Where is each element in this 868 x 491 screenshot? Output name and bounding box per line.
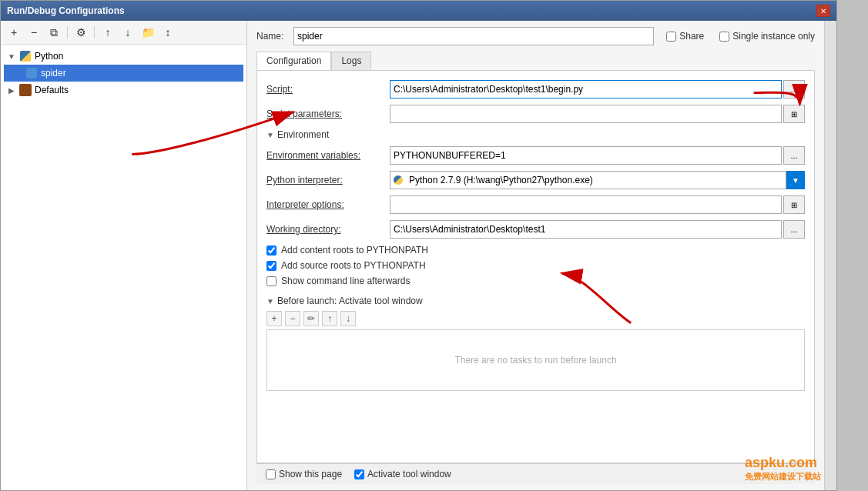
interpreter-dropdown-btn[interactable]: ▼ bbox=[786, 171, 805, 189]
remove-button[interactable]: − bbox=[25, 24, 42, 41]
tabs: Configuration Logs bbox=[256, 52, 815, 70]
script-label: Script: bbox=[266, 84, 390, 95]
name-row: Name: Share Single instance only bbox=[256, 27, 815, 45]
move-up-button[interactable]: ↑ bbox=[99, 24, 116, 41]
config-tree: ▼ Python spider ▶ bbox=[1, 45, 246, 490]
add-source-roots-label: Add source roots to PYTHONPATH bbox=[281, 260, 426, 271]
script-row: Script: ... bbox=[266, 80, 805, 99]
watermark: aspku.com 免费网站建设下载站 bbox=[745, 455, 821, 483]
copy-button[interactable]: ⧉ bbox=[45, 24, 62, 41]
share-checkbox-label[interactable]: Share bbox=[666, 31, 704, 42]
bottom-bar: Show this page Activate tool window bbox=[256, 463, 815, 484]
python-interpreter-label: Python interpreter: bbox=[266, 175, 390, 185]
separator-2 bbox=[94, 26, 95, 38]
add-content-roots-label: Add content roots to PYTHONPATH bbox=[281, 245, 428, 256]
tab-configuration[interactable]: Configuration bbox=[256, 52, 331, 70]
interpreter-options-row: Interpreter options: ⊞ bbox=[266, 195, 805, 214]
watermark-suffix: ku bbox=[769, 455, 785, 470]
settings-button[interactable]: ⚙ bbox=[72, 24, 89, 41]
before-launch-remove-btn[interactable]: − bbox=[285, 311, 300, 326]
script-params-row: Script parameters: ⊞ bbox=[266, 105, 805, 123]
script-params-input[interactable] bbox=[390, 105, 782, 123]
defaults-icon bbox=[19, 84, 32, 96]
env-section-label: Environment bbox=[277, 129, 329, 140]
before-launch-toolbar: + − ✏ ↑ ↓ bbox=[266, 311, 805, 326]
spider-label: spider bbox=[41, 68, 66, 78]
before-launch-empty-msg: There are no tasks to run before launch bbox=[454, 355, 616, 366]
single-instance-checkbox[interactable] bbox=[719, 32, 729, 42]
env-vars-browse-btn[interactable]: ... bbox=[783, 146, 805, 165]
activate-tool-window-label[interactable]: Activate tool window bbox=[354, 469, 451, 479]
env-vars-row: Environment variables: ... bbox=[266, 146, 805, 165]
add-content-roots-checkbox[interactable] bbox=[266, 246, 276, 256]
folder-button[interactable]: 📁 bbox=[139, 24, 156, 41]
python-interpreter-value: Python 2.7.9 (H:\wang\Python27\python.ex… bbox=[409, 175, 593, 185]
name-input[interactable] bbox=[293, 27, 654, 45]
script-params-label: Script parameters: bbox=[266, 109, 390, 119]
watermark-brand: asp bbox=[745, 455, 769, 470]
python-group-label: Python bbox=[35, 51, 63, 62]
left-toolbar: + − ⧉ ⚙ ↑ ↓ 📁 ↕ bbox=[1, 21, 246, 45]
working-dir-label: Working directory: bbox=[266, 224, 390, 235]
show-command-line-label: Show command line afterwards bbox=[281, 276, 410, 286]
before-launch-header: ▼ Before launch: Activate tool window bbox=[266, 296, 805, 306]
env-section-header: ▼ Environment bbox=[266, 129, 805, 140]
before-launch-area: There are no tasks to run before launch bbox=[266, 329, 805, 391]
add-source-roots-checkbox[interactable] bbox=[266, 261, 276, 271]
sort-button[interactable]: ↕ bbox=[159, 24, 176, 41]
show-page-checkbox[interactable] bbox=[266, 469, 276, 479]
before-launch-edit-btn[interactable]: ✏ bbox=[303, 311, 319, 326]
share-row: Share Single instance only bbox=[666, 31, 815, 42]
working-dir-input[interactable] bbox=[390, 220, 782, 239]
env-arrow-icon: ▼ bbox=[266, 131, 274, 139]
interpreter-options-input[interactable] bbox=[390, 195, 782, 214]
move-down-button[interactable]: ↓ bbox=[119, 24, 136, 41]
title-bar-controls: ✕ bbox=[816, 5, 830, 17]
share-checkbox[interactable] bbox=[666, 32, 676, 42]
before-launch-section: ▼ Before launch: Activate tool window + … bbox=[266, 296, 805, 391]
before-launch-up-btn[interactable]: ↑ bbox=[322, 311, 337, 326]
watermark-sub: 免费网站建设下载站 bbox=[745, 471, 821, 483]
spider-icon bbox=[25, 67, 38, 79]
tab-logs[interactable]: Logs bbox=[331, 52, 371, 70]
show-page-text: Show this page bbox=[279, 469, 342, 479]
share-label: Share bbox=[679, 31, 704, 42]
tree-spider-item[interactable]: spider bbox=[4, 65, 243, 82]
right-sidebar bbox=[824, 21, 836, 490]
before-launch-down-btn[interactable]: ↓ bbox=[340, 311, 356, 326]
activate-tool-window-text: Activate tool window bbox=[367, 469, 451, 479]
add-button[interactable]: + bbox=[5, 24, 22, 41]
defaults-expand-icon: ▶ bbox=[7, 85, 16, 95]
interpreter-options-label: Interpreter options: bbox=[266, 199, 390, 210]
add-content-roots-row: Add content roots to PYTHONPATH bbox=[266, 245, 805, 256]
env-vars-input[interactable] bbox=[390, 146, 782, 165]
show-page-label[interactable]: Show this page bbox=[266, 469, 342, 479]
script-browse-btn[interactable]: ... bbox=[783, 80, 805, 99]
single-instance-label: Single instance only bbox=[732, 31, 815, 42]
script-input[interactable] bbox=[390, 80, 782, 99]
before-launch-add-btn[interactable]: + bbox=[266, 311, 282, 326]
defaults-label: Defaults bbox=[35, 85, 69, 95]
expand-icon: ▼ bbox=[7, 52, 16, 61]
watermark-domain: .com bbox=[785, 455, 817, 470]
config-panel: Script: ... Script parameters: ⊞ ▼ Envir… bbox=[256, 70, 815, 463]
right-panel: Name: Share Single instance only Configu… bbox=[247, 21, 824, 490]
before-launch-arrow-icon: ▼ bbox=[266, 297, 274, 306]
window-title: Run/Debug Configurations bbox=[7, 5, 125, 16]
interpreter-options-browse-btn[interactable]: ⊞ bbox=[783, 195, 805, 214]
python-ball-icon bbox=[394, 175, 403, 185]
title-bar: Run/Debug Configurations ✕ bbox=[1, 1, 836, 21]
activate-tool-window-checkbox[interactable] bbox=[354, 469, 364, 479]
separator-1 bbox=[67, 26, 68, 38]
before-launch-label: Before launch: Activate tool window bbox=[277, 296, 423, 306]
working-dir-browse-btn[interactable]: ... bbox=[783, 220, 805, 239]
script-params-browse-btn[interactable]: ⊞ bbox=[783, 105, 805, 123]
python-interpreter-row: Python interpreter: Python 2.7.9 (H:\wan… bbox=[266, 171, 805, 189]
tree-defaults-item[interactable]: ▶ Defaults bbox=[4, 82, 243, 99]
tree-python-group[interactable]: ▼ Python bbox=[4, 48, 243, 65]
close-button[interactable]: ✕ bbox=[816, 5, 830, 17]
single-instance-checkbox-label[interactable]: Single instance only bbox=[719, 31, 815, 42]
name-label: Name: bbox=[256, 31, 287, 42]
left-panel: + − ⧉ ⚙ ↑ ↓ 📁 ↕ ▼ Python bbox=[1, 21, 247, 490]
show-command-line-checkbox[interactable] bbox=[266, 276, 276, 286]
